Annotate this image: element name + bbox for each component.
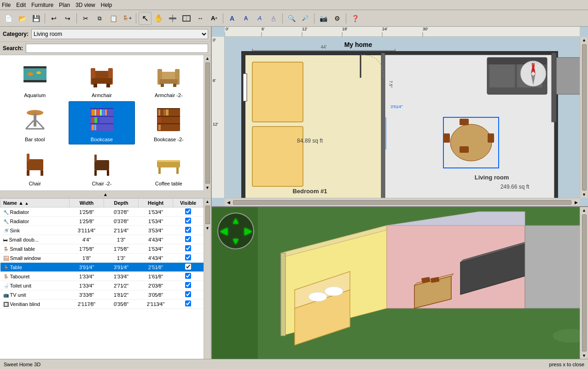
menu-plan[interactable]: Plan [59, 2, 70, 8]
pan-button[interactable]: ✋ [152, 12, 165, 25]
table-scroll-up[interactable]: ▲ [204, 198, 210, 205]
cut-button[interactable]: ✂ [79, 12, 92, 25]
furniture-item-bookcase2[interactable]: Bookcase -2- [136, 101, 202, 144]
menu-3dview[interactable]: 3D view [76, 2, 95, 8]
armchair2-label: Armchair -2- [155, 92, 183, 98]
help-button[interactable]: ❓ [349, 12, 361, 25]
bookcase-icon [86, 104, 118, 136]
table-row[interactable]: 🪑Tabouret 1'33⁄4" 1'33⁄4" 1'61⁄8" [0, 272, 204, 281]
create-wall-button[interactable] [166, 12, 179, 25]
table-row[interactable]: 🔲Venitian blind 2'117⁄8" 0'35⁄8" 2'113⁄4… [0, 300, 204, 309]
decrease-text-button[interactable]: A [239, 12, 252, 25]
create-label-button[interactable]: A+ [208, 12, 221, 25]
grid-scroll-thumb[interactable] [205, 63, 210, 184]
nav-down-arrow[interactable]: ▼ [231, 236, 240, 247]
visible-checkbox[interactable] [185, 236, 191, 242]
col-name-header[interactable]: Name ▲ [0, 199, 70, 208]
furniture-item-chair2[interactable]: Chair -2- [69, 145, 134, 189]
furniture-item-coffeetable[interactable]: Coffee table [136, 145, 202, 189]
create-room-button[interactable] [180, 12, 193, 25]
table-scrollbar[interactable]: ▲ ▼ [204, 198, 211, 359]
zoom-out-button[interactable]: 🔎 [299, 12, 312, 25]
visible-checkbox[interactable] [185, 254, 191, 260]
new-button[interactable]: 📄 [2, 12, 15, 25]
3d-scroll-up[interactable]: ▲ [581, 207, 587, 213]
settings-button[interactable]: ⚙ [331, 12, 343, 25]
plan-view[interactable]: 0' 6' 12' 18' 24' 30' 0' 6' [212, 27, 588, 207]
visible-checkbox[interactable] [185, 208, 191, 214]
table-row[interactable]: 🚽Toilet unit 1'33⁄4" 2'71⁄2" 2'03⁄8" [0, 281, 204, 290]
visible-checkbox[interactable] [185, 273, 191, 279]
statusbar: Sweet Home 3D press x to close [0, 359, 588, 369]
visible-checkbox[interactable] [185, 227, 191, 233]
col-width-header[interactable]: Width [70, 199, 104, 208]
visible-checkbox[interactable] [185, 245, 191, 251]
create-dimension-button[interactable]: ↔ [194, 12, 207, 25]
menu-file[interactable]: File [2, 2, 11, 8]
visible-checkbox[interactable] [185, 300, 191, 306]
plan-hscroll-right[interactable]: ▶ [572, 200, 580, 205]
menu-help[interactable]: Help [101, 2, 112, 8]
grid-scroll-up[interactable]: ▲ [204, 55, 210, 62]
nav-right-arrow[interactable]: ▶ [245, 225, 251, 236]
visible-checkbox[interactable] [185, 218, 191, 224]
svg-rect-41 [94, 125, 96, 130]
col-height-header[interactable]: Height [139, 199, 173, 208]
search-input[interactable] [26, 44, 208, 53]
visible-checkbox[interactable] [185, 264, 191, 270]
table-row[interactable]: 🚿Sink 3'111⁄4" 2'11⁄4" 3'53⁄4" [0, 226, 204, 235]
livingroom-name-label: Living room [475, 174, 509, 181]
plan-vscrollbar[interactable]: ▲ ▼ [580, 37, 588, 198]
table-row[interactable]: 🔧Radiator 1'25⁄8" 0'37⁄8" 1'53⁄4" [0, 217, 204, 226]
furniture-item-armchair[interactable]: Armchair [69, 57, 134, 100]
plan-hscroll-thumb[interactable] [233, 200, 571, 205]
plan-vscroll-up[interactable]: ▲ [581, 37, 587, 43]
visible-checkbox[interactable] [185, 282, 191, 288]
paste-button[interactable]: 📋 [107, 12, 120, 25]
menu-edit[interactable]: Edit [16, 2, 26, 8]
table-scroll-thumb[interactable] [205, 206, 210, 224]
grid-scroll-down[interactable]: ▼ [204, 184, 210, 191]
save-button[interactable]: 💾 [29, 12, 42, 25]
undo-button[interactable]: ↩ [47, 12, 60, 25]
category-select[interactable]: Living room Bedroom Kitchen Bathroom Off… [31, 29, 208, 39]
visible-checkbox[interactable] [185, 291, 191, 297]
plan-vscroll-down[interactable]: ▼ [581, 191, 587, 198]
increase-text-button[interactable]: A [226, 12, 239, 25]
select-button[interactable]: ↖ [139, 12, 151, 25]
bold-text-button[interactable]: A [267, 12, 280, 25]
table-row[interactable]: 🪑Table 3'91⁄4" 3'91⁄4" 2'51⁄8" [0, 263, 204, 272]
col-depth-header[interactable]: Depth [104, 199, 139, 208]
photo-button[interactable]: 📷 [317, 12, 330, 25]
table-row[interactable]: 🪑Small table 1'75⁄8" 1'75⁄8" 1'53⁄4" [0, 244, 204, 254]
3d-vscrollbar[interactable]: ▲ ▼ [580, 207, 588, 359]
col-visible-header[interactable]: Visible [173, 199, 204, 208]
menu-furniture[interactable]: Furniture [31, 2, 53, 8]
grid-scrollbar[interactable]: ▲ ▼ [204, 55, 211, 191]
table-row[interactable]: 📺TV unit 3'33⁄8" 1'81⁄2" 3'05⁄8" [0, 290, 204, 300]
table-scroll-down[interactable]: ▼ [204, 225, 210, 231]
redo-button[interactable]: ↪ [61, 12, 74, 25]
plan-vscroll-thumb[interactable] [582, 44, 587, 190]
copy-button[interactable]: ⧉ [93, 12, 106, 25]
3d-scroll-thumb[interactable] [582, 214, 587, 352]
furniture-item-barstool[interactable]: Bar stool [2, 101, 68, 144]
italic-text-button[interactable]: A [253, 12, 266, 25]
scroll-up-arrow[interactable]: ▲ [103, 192, 108, 197]
furniture-item-armchair2[interactable]: Armchair -2- [136, 57, 202, 100]
table-row[interactable]: 🪟Small window 1'8" 1'3" 4'43⁄4" [0, 254, 204, 263]
nav-up-arrow[interactable]: ▲ [231, 215, 240, 226]
furniture-item-chair[interactable]: Chair [2, 145, 68, 189]
plan-hscrollbar[interactable]: ◀ ▶ [225, 198, 580, 206]
zoom-in-button[interactable]: 🔍 [285, 12, 298, 25]
open-button[interactable]: 📂 [16, 12, 29, 25]
table-row[interactable]: 🛏Small doub... 4'4" 1'3" 4'43⁄4" [0, 235, 204, 244]
compass-group: N [520, 61, 546, 86]
table-row[interactable]: 🔧Radiator 1'25⁄8" 0'37⁄8" 1'53⁄4" [0, 208, 204, 217]
add-furniture-button[interactable]: 🪑+ [121, 12, 134, 25]
3d-scroll-down[interactable]: ▼ [581, 352, 587, 359]
nav-left-arrow[interactable]: ◀ [220, 225, 227, 236]
furniture-item-aquarium[interactable]: Aquarium [2, 57, 68, 100]
plan-hscroll-left[interactable]: ◀ [225, 200, 232, 205]
furniture-item-bookcase[interactable]: Bookcase [69, 101, 134, 144]
